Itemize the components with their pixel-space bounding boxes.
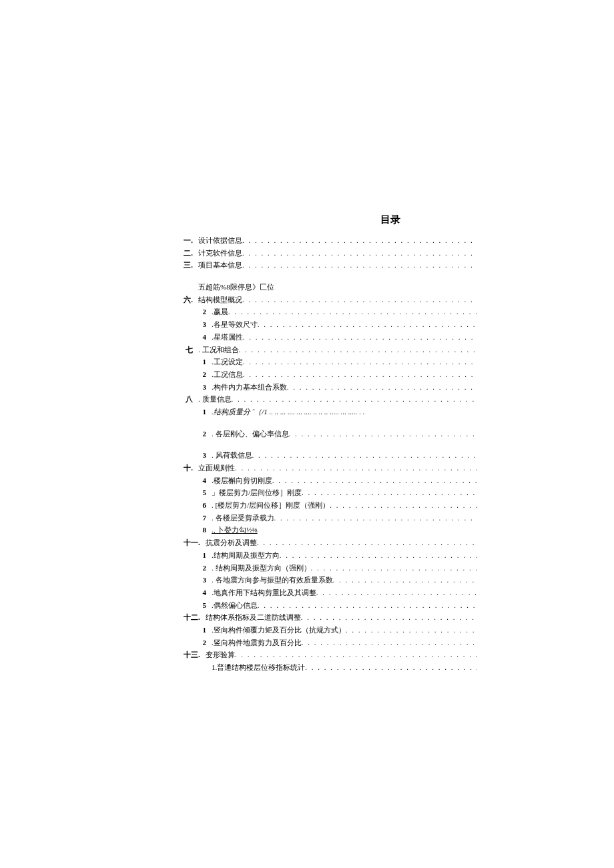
toc-num: 5	[197, 486, 206, 499]
toc-line: 3.构件内力基本组合系数	[197, 381, 477, 394]
toc-num: 4	[197, 586, 206, 599]
toc-num: 1	[197, 356, 206, 368]
toc-label: . 质量信息	[198, 393, 232, 406]
toc-line: 1.普通结构楼层位移指标统计	[197, 661, 477, 674]
toc-line: 2. 结构周期及振型方向（强刚）	[197, 562, 477, 574]
toc-num: 十一.	[184, 536, 200, 549]
toc-label: .构件内力基本组合系数	[212, 381, 287, 394]
toc-num: 7	[197, 512, 206, 524]
toc-line: 1.工况设定	[197, 356, 477, 368]
toc-dots	[239, 344, 478, 356]
toc-dots	[305, 661, 477, 674]
toc-dots	[346, 624, 477, 636]
toc-line: 2.工况信息	[197, 368, 477, 381]
toc-num: 3	[197, 449, 206, 462]
toc-num: 4	[197, 474, 206, 487]
toc-line: 2.竖向构件地震剪力及百分比	[197, 636, 477, 649]
toc-num: 1	[197, 406, 206, 418]
toc-label: 计克软件信息	[198, 247, 242, 260]
toc-dots	[330, 499, 477, 512]
toc-line: 八. 质量信息	[184, 393, 477, 406]
toc-line: 4.星塔属性	[197, 331, 477, 344]
toc-label: .结构周期及振型方向	[212, 549, 280, 562]
toc-label: . 风荷载信息	[212, 449, 252, 462]
toc-line: 4.地真作用下结构剪重比及其调整	[197, 586, 477, 599]
toc-label: . 结构周期及振型方向（强刚）	[212, 562, 311, 574]
toc-title: 目录	[304, 213, 477, 226]
toc-line: 6. [楼层剪力/层间位移］刚度（强刚）	[197, 499, 477, 512]
toc-line: 3. 各地震方向参与振型的有效质量系数	[197, 574, 477, 586]
toc-dots	[333, 574, 478, 586]
toc-line: 五超筋%8限停息》匚位	[184, 281, 477, 294]
toc-label: 立面规则性	[198, 462, 235, 474]
toc-label: .竖向构件地震剪力及百分比	[212, 636, 302, 649]
toc-dots	[232, 393, 478, 406]
toc-dots	[258, 599, 477, 612]
toc-label: . 各楼层受剪承载力	[212, 512, 274, 524]
toc-num: 8	[197, 524, 206, 536]
toc-line: 十二.结构体系指标及二道防线调整	[184, 611, 477, 624]
toc-dots	[289, 428, 478, 440]
toc-dots	[316, 586, 477, 599]
toc-label: .各星等效尺寸	[212, 318, 258, 331]
toc-line: 1.竖向构件倾覆力矩及百分比（抗规方式）	[197, 624, 477, 636]
toc-label: 」楼层剪力/层间位移］刚度	[212, 486, 302, 499]
toc-label: .工况设定	[212, 356, 243, 368]
toc-label: 项目基本信息	[198, 259, 242, 272]
toc-dots	[274, 512, 478, 524]
toc-num: 八	[184, 393, 193, 406]
toc-dots	[302, 636, 477, 649]
toc-dots	[280, 549, 477, 562]
toc-dots	[243, 368, 477, 381]
toc-line: 三.项目基本信息	[184, 259, 477, 272]
toc-line: 3. 风荷载信息	[197, 449, 477, 462]
toc-line: 4.楼层槲向剪切刚度	[197, 474, 477, 487]
toc-line: 3.各星等效尺寸	[197, 318, 477, 331]
toc-dots	[235, 648, 477, 661]
toc-line: 一.设计依据信息	[184, 234, 477, 247]
toc-label: 变形验算	[206, 648, 235, 661]
toc-num: 4	[197, 331, 206, 344]
toc-dots	[242, 259, 477, 272]
toc-line: 二.计克软件信息	[184, 247, 477, 260]
toc-num: 6	[197, 499, 206, 512]
toc-line: 2. 各层刚心、偏心率信息	[197, 428, 477, 440]
toc-num: 3	[197, 574, 206, 586]
toc-label: .偶然偏心信息	[212, 599, 258, 612]
toc-label: . 工况和组合	[198, 344, 239, 356]
toc-spacer	[184, 440, 477, 449]
toc-label: .工况信息	[212, 368, 243, 381]
toc-num: 5	[197, 599, 206, 612]
toc-num: 十.	[184, 462, 193, 474]
toc-dots	[242, 247, 477, 260]
toc-dots	[311, 562, 478, 574]
toc-line: 1.结构周期及振型方向	[197, 549, 477, 562]
toc-label: ., 卜娄力勾½⅜	[212, 524, 258, 536]
toc-num: 2	[197, 636, 206, 649]
toc-dots	[272, 474, 477, 487]
toc-body: 一.设计依据信息二.计克软件信息三.项目基本信息五超筋%8限停息》匚位六.结构模…	[184, 234, 477, 674]
toc-spacer	[184, 272, 477, 281]
toc-line: 六.结构模型概况	[184, 294, 477, 306]
toc-num: 3	[197, 381, 206, 394]
toc-dots	[258, 318, 477, 331]
toc-label: .星塔属性	[212, 331, 243, 344]
toc-num: 二.	[184, 247, 193, 260]
toc-line: 十.立面规则性	[184, 462, 477, 474]
toc-label: 1.普通结构楼层位移指标统计	[212, 661, 305, 674]
toc-label: . 各地震方向参与振型的有效质量系数	[212, 574, 333, 586]
toc-line: 七. 工况和组合	[184, 344, 477, 356]
toc-line: 2.赢晨	[197, 306, 477, 318]
toc-dots	[243, 331, 477, 344]
toc-label: 抗震分析及调整	[206, 536, 257, 549]
toc-spacer	[184, 418, 477, 428]
toc-label: .竖向构件倾覆力矩及百分比（抗规方式）	[212, 624, 346, 636]
toc-label: .结构质量分 ˆ（/1 .. .. ... .... ... .... .. .…	[212, 406, 364, 418]
toc-line: 十三.变形验算	[184, 648, 477, 661]
toc-dots	[243, 356, 477, 368]
toc-line: 5.偶然偏心信息	[197, 599, 477, 612]
toc-page: 目录 一.设计依据信息二.计克软件信息三.项目基本信息五超筋%8限停息》匚位六.…	[184, 213, 477, 674]
toc-line: 1.结构质量分 ˆ（/1 .. .. ... .... ... .... .. …	[197, 406, 477, 418]
toc-num: 1	[197, 549, 206, 562]
toc-line: 8., 卜娄力勾½⅜	[197, 524, 477, 536]
